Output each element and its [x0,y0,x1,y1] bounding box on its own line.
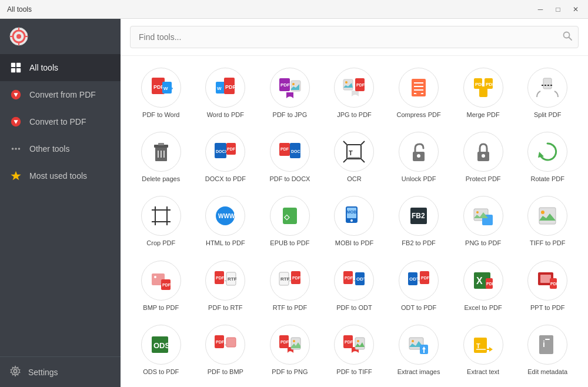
tool-item-pdf-to-docx[interactable]: PDF → DOCX PDF to DOCX [259,126,321,188]
tool-icon-mobi-to-pdf: MOBI [334,196,374,236]
tool-item-bmp-to-pdf[interactable]: PDF BMP to PDF [130,255,192,316]
tool-icon-html-to-pdf: WWW [205,196,245,236]
tool-item-edit-metadata[interactable]: i Edit metadata [516,319,579,381]
tool-item-compress-pdf[interactable]: Compress PDF [387,62,450,124]
svg-rect-158 [539,335,553,354]
tool-icon-pdf-to-bmp: PDF → [205,325,245,365]
svg-text:◇: ◇ [283,213,290,221]
svg-line-70 [343,141,347,145]
tool-item-pdf-to-bmp[interactable]: PDF → PDF to BMP [195,319,257,381]
tool-label-ppt-to-pdf: PPT to PDF [530,304,564,312]
svg-text:X: X [476,276,483,286]
sidebar-item-convert-from-pdf[interactable]: Convert from PDF [0,81,121,108]
tool-item-pdf-to-odt[interactable]: PDF → ODT PDF to ODT [323,255,386,316]
tool-item-odt-to-pdf[interactable]: ODT → PDF ODT to PDF [387,255,450,316]
close-button[interactable]: ✕ [568,4,583,15]
other-tools-icon [9,142,22,155]
tool-label-pdf-to-tiff: PDF to TIFF [336,368,372,376]
tool-icon-rotate-pdf [527,132,567,172]
tool-icon-edit-metadata: i [527,325,567,365]
tool-item-protect-pdf[interactable]: Protect PDF [452,126,514,188]
tool-icon-pdf-to-tiff: PDF [334,325,374,365]
tool-item-pdf-to-jpg[interactable]: PDF PDF to JPG [259,62,321,124]
tool-item-png-to-pdf[interactable]: PNG to PDF [452,190,514,252]
tool-item-jpg-to-pdf[interactable]: PDF JPG to PDF [323,62,386,124]
tool-item-pdf-to-rtf[interactable]: PDF → RTF PDF to RTF [195,255,257,316]
search-input[interactable] [130,26,579,48]
tool-item-ocr[interactable]: T OCR [323,126,386,188]
sidebar-item-convert-from-pdf-label: Convert from PDF [29,90,96,99]
svg-text:PDF: PDF [345,340,353,344]
tool-item-mobi-to-pdf[interactable]: MOBI MOBI to PDF [323,190,386,252]
svg-line-72 [343,159,347,162]
tool-label-tiff-to-pdf: TIFF to PDF [530,239,566,247]
tool-item-tiff-to-pdf[interactable]: TIFF to PDF [516,190,579,252]
svg-text:PDF: PDF [292,276,301,280]
tool-icon-delete-pages [141,132,181,172]
tool-item-epub-to-pdf[interactable]: ◇ EPUB to PDF [259,190,321,252]
settings-icon [9,365,21,379]
tool-item-merge-pdf[interactable]: PDF PDF Merge PDF [452,62,514,124]
sidebar-settings-label: Settings [28,368,58,377]
tool-label-pdf-to-word: PDF to Word [142,111,179,119]
tool-item-rotate-pdf[interactable]: Rotate PDF [516,126,579,188]
sidebar-item-most-used-tools[interactable]: Most used tools [0,162,121,189]
sidebar-item-other-tools[interactable]: Other tools [0,135,121,162]
tool-item-pdf-to-png[interactable]: PDF PDF to PNG [259,319,321,381]
tool-icon-word-to-pdf: W → PDF [205,68,245,108]
svg-point-19 [14,369,16,372]
svg-rect-139 [226,338,236,347]
title-bar-controls: ─ □ ✕ [533,4,583,15]
tool-label-split-pdf: Split PDF [534,111,561,119]
tool-icon-epub-to-pdf: ◇ [270,196,310,236]
svg-point-143 [293,340,295,342]
sidebar-spacer [0,189,121,356]
tool-icon-pdf-to-rtf: PDF → RTF [205,261,245,301]
tool-item-pdf-to-word[interactable]: PDF → W PDF to Word [130,62,192,124]
tool-item-html-to-pdf[interactable]: WWW HTML to PDF [195,190,257,252]
tool-icon-excel-to-pdf: X PDF [463,261,503,301]
minimize-button[interactable]: ─ [533,4,548,15]
svg-point-35 [292,83,295,85]
tool-item-ppt-to-pdf[interactable]: PDF PPT to PDF [516,255,579,316]
maximize-button[interactable]: □ [550,4,566,15]
tool-icon-protect-pdf [463,132,503,172]
tool-label-ocr: OCR [347,175,361,183]
tool-label-pdf-to-docx: PDF to DOCX [269,175,310,183]
tool-item-rtf-to-pdf[interactable]: RTF → PDF RTF to PDF [259,255,321,316]
tool-item-docx-to-pdf[interactable]: DOCX → PDF DOCX to PDF [195,126,257,188]
tool-item-split-pdf[interactable]: Split PDF [516,62,579,124]
tool-item-ods-to-pdf[interactable]: ODS ODS to PDF [130,319,192,381]
sidebar-settings[interactable]: Settings [0,356,121,387]
tool-item-excel-to-pdf[interactable]: X PDF Excel to PDF [452,255,514,316]
tool-item-word-to-pdf[interactable]: W → PDF Word to PDF [195,62,257,124]
sidebar: All tools Convert from PDF Convert to PD… [0,19,121,387]
all-tools-icon [9,61,22,74]
svg-point-15 [12,148,14,150]
tool-icon-ocr: T [334,132,374,172]
tool-icon-crop-pdf [141,196,181,236]
svg-text:PDF: PDF [280,82,290,88]
tool-item-delete-pages[interactable]: Delete pages [130,126,192,188]
svg-rect-48 [479,86,487,97]
sidebar-item-all-tools[interactable]: All tools [0,54,121,81]
tool-label-pdf-to-odt: PDF to ODT [336,304,372,312]
svg-text:RTF: RTF [228,276,237,282]
sidebar-item-convert-to-pdf[interactable]: Convert to PDF [0,108,121,135]
tool-item-extract-text[interactable]: T Extract text [452,319,514,381]
tool-item-pdf-to-tiff[interactable]: PDF PDF to TIFF [323,319,386,381]
tool-item-crop-pdf[interactable]: Crop PDF [130,190,192,252]
tool-label-word-to-pdf: Word to PDF [207,111,244,119]
convert-from-pdf-icon [9,88,22,101]
app-logo-icon [9,27,28,46]
tool-label-pdf-to-png: PDF to PNG [272,368,308,376]
tool-item-fb2-to-pdf[interactable]: FB2 FB2 to PDF [387,190,450,252]
tool-icon-pdf-to-jpg: PDF [270,68,310,108]
svg-text:PDF: PDF [486,82,495,87]
tool-icon-ods-to-pdf: ODS [141,325,181,365]
tool-item-unlock-pdf[interactable]: Unlock PDF [387,126,450,188]
tool-item-extract-images[interactable]: Extract images [387,319,450,381]
svg-rect-100 [539,208,556,224]
sidebar-logo [0,19,121,54]
tool-icon-tiff-to-pdf [527,196,567,236]
